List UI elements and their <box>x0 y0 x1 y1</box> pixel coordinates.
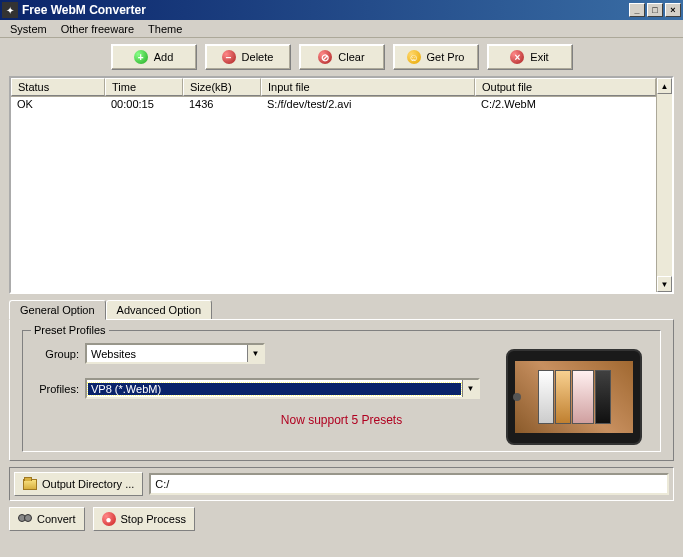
group-combo[interactable]: Websites ▼ <box>85 343 265 364</box>
menu-other-freeware[interactable]: Other freeware <box>55 22 140 36</box>
cell-status: OK <box>11 97 105 111</box>
minimize-button[interactable]: _ <box>629 3 645 17</box>
col-time[interactable]: Time <box>105 78 183 96</box>
col-status[interactable]: Status <box>11 78 105 96</box>
minus-icon: − <box>222 50 236 64</box>
app-icon: ✦ <box>2 2 18 18</box>
chevron-down-icon: ▼ <box>247 345 263 362</box>
toolbar: + Add − Delete ⊘ Clear ☺ Get Pro × Exit <box>0 38 683 76</box>
convert-label: Convert <box>37 513 76 525</box>
grid-row[interactable]: OK 00:00:15 1436 S:/f/dev/test/2.avi C:/… <box>11 97 656 111</box>
stop-icon: ● <box>102 512 116 526</box>
stop-label: Stop Process <box>121 513 186 525</box>
delete-label: Delete <box>242 51 274 63</box>
output-directory-row: Output Directory ... C:/ <box>9 467 674 501</box>
tab-panel-general: Preset Profiles Group: Websites ▼ Profil… <box>9 319 674 461</box>
group-label: Group: <box>33 348 79 360</box>
plus-icon: + <box>134 50 148 64</box>
clear-icon: ⊘ <box>318 50 332 64</box>
tab-general[interactable]: General Option <box>9 300 106 320</box>
device-preview-image <box>506 349 642 445</box>
clear-label: Clear <box>338 51 364 63</box>
file-grid: Status Time Size(kB) Input file Output f… <box>9 76 674 294</box>
exit-button[interactable]: × Exit <box>487 44 573 70</box>
add-button[interactable]: + Add <box>111 44 197 70</box>
scroll-up-button[interactable]: ▲ <box>657 78 672 94</box>
menu-theme[interactable]: Theme <box>142 22 188 36</box>
grid-header: Status Time Size(kB) Input file Output f… <box>11 78 656 97</box>
menu-system[interactable]: System <box>4 22 53 36</box>
scroll-down-button[interactable]: ▼ <box>657 276 672 292</box>
convert-icon <box>18 512 32 526</box>
options-tabs: General Option Advanced Option Preset Pr… <box>9 300 674 461</box>
tab-advanced[interactable]: Advanced Option <box>106 300 212 319</box>
col-output[interactable]: Output file <box>475 78 656 96</box>
output-directory-button[interactable]: Output Directory ... <box>14 472 143 496</box>
title-bar: ✦ Free WebM Converter _ □ × <box>0 0 683 20</box>
vertical-scrollbar[interactable]: ▲ ▼ <box>656 78 672 292</box>
group-value: Websites <box>87 348 247 360</box>
preset-legend: Preset Profiles <box>31 324 109 336</box>
output-directory-input[interactable]: C:/ <box>149 473 669 495</box>
output-directory-value: C:/ <box>155 478 169 490</box>
exit-label: Exit <box>530 51 548 63</box>
window-title: Free WebM Converter <box>22 3 627 17</box>
cell-input: S:/f/dev/test/2.avi <box>261 97 475 111</box>
preset-profiles-fieldset: Preset Profiles Group: Websites ▼ Profil… <box>22 330 661 452</box>
bottom-panel: Output Directory ... C:/ Convert ● Stop … <box>9 467 674 531</box>
cell-output: C:/2.WebM <box>475 97 656 111</box>
maximize-button[interactable]: □ <box>647 3 663 17</box>
output-directory-label: Output Directory ... <box>42 478 134 490</box>
stop-process-button[interactable]: ● Stop Process <box>93 507 195 531</box>
menu-bar: System Other freeware Theme <box>0 20 683 38</box>
profiles-value: VP8 (*.WebM) <box>88 383 461 395</box>
chevron-down-icon: ▼ <box>462 380 478 397</box>
close-button[interactable]: × <box>665 3 681 17</box>
exit-icon: × <box>510 50 524 64</box>
smiley-icon: ☺ <box>407 50 421 64</box>
delete-button[interactable]: − Delete <box>205 44 291 70</box>
getpro-label: Get Pro <box>427 51 465 63</box>
grid-body[interactable]: OK 00:00:15 1436 S:/f/dev/test/2.avi C:/… <box>11 97 656 111</box>
folder-icon <box>23 479 37 490</box>
col-size[interactable]: Size(kB) <box>183 78 261 96</box>
add-label: Add <box>154 51 174 63</box>
cell-size: 1436 <box>183 97 261 111</box>
clear-button[interactable]: ⊘ Clear <box>299 44 385 70</box>
profiles-label: Profiles: <box>33 383 79 395</box>
convert-button[interactable]: Convert <box>9 507 85 531</box>
col-input[interactable]: Input file <box>261 78 475 96</box>
getpro-button[interactable]: ☺ Get Pro <box>393 44 479 70</box>
profiles-combo[interactable]: VP8 (*.WebM) ▼ <box>85 378 480 399</box>
cell-time: 00:00:15 <box>105 97 183 111</box>
